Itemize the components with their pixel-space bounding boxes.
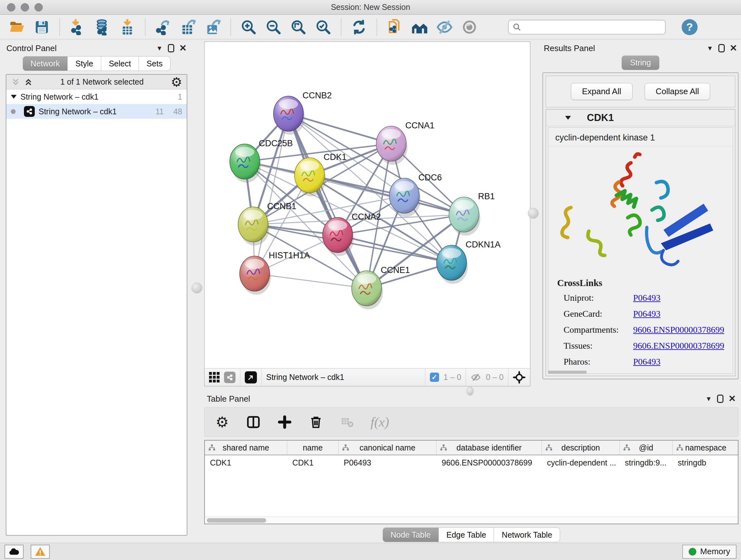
table-cell[interactable]: CDK1 [287, 458, 339, 468]
maximize-window-icon[interactable] [35, 3, 43, 11]
show-columns-icon[interactable] [246, 414, 261, 430]
gene-section-header[interactable]: CDK1 [546, 110, 735, 126]
network-node-HIST1H1A[interactable] [240, 256, 271, 295]
network-node-CDK1[interactable] [294, 158, 326, 196]
add-column-icon[interactable] [277, 414, 293, 430]
tab-select[interactable]: Select [101, 56, 139, 71]
warning-status-button[interactable] [30, 545, 50, 559]
panel-float-icon[interactable]: ▼ [705, 395, 712, 402]
tab-sets[interactable]: Sets [139, 56, 171, 71]
tab-node-table[interactable]: Node Table [383, 527, 439, 542]
table-settings-icon[interactable]: ⚙ [214, 414, 230, 430]
tab-edge-table[interactable]: Edge Table [439, 527, 494, 542]
sync-icon[interactable] [350, 18, 367, 36]
column-header-shared-name[interactable]: shared name [205, 441, 287, 455]
network-node-RB1[interactable] [449, 197, 480, 236]
panel-float-icon[interactable]: ▼ [156, 45, 163, 52]
right-splitter-handle[interactable] [528, 208, 539, 219]
network-edge[interactable] [255, 114, 288, 273]
network-collection-row[interactable]: String Network – cdk1 1 [6, 89, 187, 104]
tab-network[interactable]: Network [23, 56, 68, 71]
section-collapse-icon[interactable] [565, 116, 571, 120]
panel-maximize-icon[interactable] [718, 44, 725, 52]
network-edge[interactable] [288, 114, 367, 288]
save-session-icon[interactable] [33, 18, 51, 36]
crosslink-link[interactable]: P06493 [633, 309, 661, 319]
export-network-icon[interactable] [154, 18, 172, 36]
panel-maximize-icon[interactable] [717, 395, 724, 403]
close-window-icon[interactable] [7, 3, 15, 11]
network-row[interactable]: String Network – cdk1 11 48 [6, 104, 187, 119]
table-cell[interactable]: cyclin-dependent ... [542, 458, 620, 468]
table-cell[interactable]: P06493 [339, 458, 436, 468]
table-cell[interactable]: 9606.ENSP00000378699 [436, 458, 542, 468]
network-node-CCNB1[interactable] [238, 207, 269, 246]
column-header-name[interactable]: name [287, 441, 339, 455]
show-all-icon[interactable] [461, 18, 478, 36]
network-edge[interactable] [255, 273, 367, 288]
column-header--id[interactable]: @id [620, 441, 673, 455]
table-cell[interactable]: stringdb:9... [620, 458, 673, 468]
search-box[interactable] [508, 20, 666, 35]
table-row[interactable]: CDK1CDK1P064939606.ENSP00000378699cyclin… [205, 455, 738, 470]
selected-checkbox-icon[interactable]: ✓ [430, 373, 439, 382]
import-network-database-icon[interactable] [94, 18, 111, 36]
column-header-database-identifier[interactable]: database identifier [436, 441, 542, 455]
zoom-in-icon[interactable] [240, 18, 257, 36]
collapse-all-button[interactable]: Collapse All [645, 83, 711, 100]
first-neighbors-icon[interactable] [411, 18, 428, 36]
crosslink-link[interactable]: P06493 [633, 357, 661, 367]
table-cell[interactable]: CDK1 [205, 458, 287, 468]
network-node-CDC6[interactable] [389, 178, 421, 217]
search-input[interactable] [524, 23, 661, 32]
open-session-icon[interactable] [8, 18, 25, 36]
open-external-icon[interactable] [245, 371, 257, 383]
crosslink-link[interactable]: 9606.ENSP00000378699 [633, 341, 724, 351]
column-header-canonical-name[interactable]: canonical name [339, 441, 436, 455]
network-node-CDKN1A[interactable] [436, 245, 468, 284]
panel-close-icon[interactable]: ✕ [179, 44, 187, 53]
delete-column-icon[interactable] [308, 414, 324, 430]
results-hscrollbar[interactable] [548, 371, 587, 374]
table-hscrollbar[interactable] [205, 516, 738, 523]
column-header-namespace[interactable]: namespace [673, 441, 738, 455]
network-node-CCNE1[interactable] [352, 271, 383, 309]
collection-expand-icon[interactable] [11, 95, 17, 99]
help-icon[interactable]: ? [682, 19, 697, 35]
tab-style[interactable]: Style [68, 56, 101, 71]
hide-selected-icon[interactable] [436, 18, 453, 36]
export-table-icon[interactable] [179, 18, 197, 36]
crosslink-link[interactable]: 9606.ENSP00000378699 [633, 325, 724, 335]
panel-maximize-icon[interactable] [168, 44, 174, 52]
table-hscrollbar-thumb[interactable] [207, 518, 266, 523]
import-table-icon[interactable] [119, 18, 136, 36]
panel-float-icon[interactable]: ▼ [707, 45, 713, 52]
gear-icon[interactable]: ⚙ [171, 76, 182, 88]
zoom-fit-icon[interactable] [290, 18, 307, 36]
table-cell[interactable]: stringdb [673, 458, 738, 468]
birdseye-icon[interactable] [209, 372, 219, 382]
network-node-CCNB2[interactable] [273, 96, 305, 135]
cloud-status-button[interactable] [4, 545, 23, 559]
panel-close-icon[interactable]: ✕ [729, 394, 736, 403]
duplicate-network-icon[interactable] [386, 18, 403, 36]
expand-all-button[interactable]: Expand All [571, 83, 632, 100]
pan-crosshair-icon[interactable] [513, 371, 526, 384]
column-header-description[interactable]: description [542, 441, 620, 455]
zoom-out-icon[interactable] [265, 18, 282, 36]
minimize-window-icon[interactable] [21, 3, 29, 11]
import-network-icon[interactable] [69, 18, 86, 36]
network-node-CCNA1[interactable] [376, 126, 408, 165]
network-canvas[interactable]: CCNB2CCNA1CDC25BCDK1CDC6RB1CCNB1CCNA2CDK… [205, 42, 530, 368]
export-image-icon[interactable] [204, 18, 221, 36]
memory-button[interactable]: Memory [682, 545, 737, 559]
zoom-selected-icon[interactable] [315, 18, 332, 36]
left-splitter-handle[interactable] [192, 283, 202, 294]
panel-close-icon[interactable]: ✕ [730, 44, 737, 53]
network-node-CCNA2[interactable] [323, 217, 354, 256]
string-footer-icon[interactable] [224, 372, 235, 383]
expand-all-icon[interactable] [23, 77, 33, 87]
tab-network-table[interactable]: Network Table [494, 527, 560, 542]
crosslink-link[interactable]: P06493 [633, 293, 661, 303]
collapse-all-icon[interactable] [11, 77, 20, 87]
